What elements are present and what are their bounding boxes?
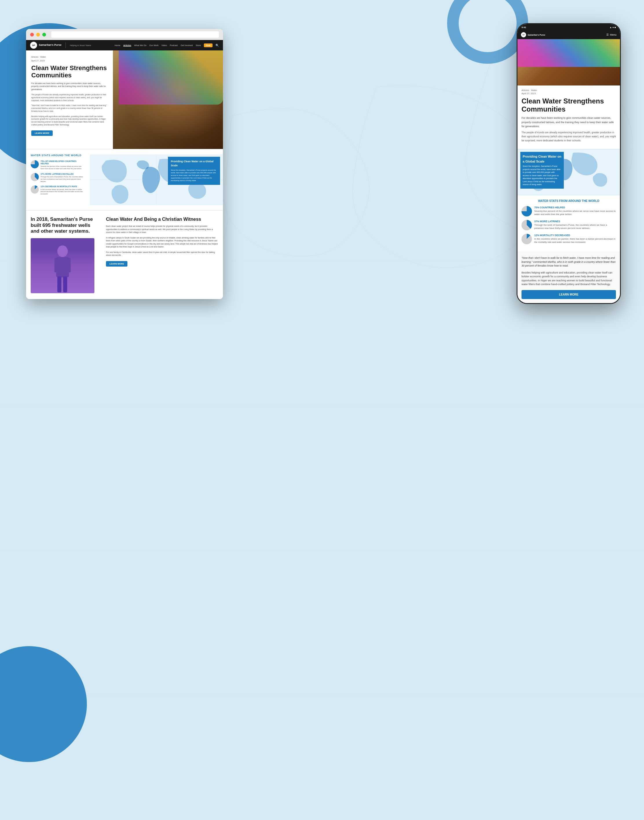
phone-stat-text-37: 37% MORE LATRINES Through the work of Sa… [534,220,616,230]
wells-stat-text: In 2018, Samaritan's Purse built 695 fre… [31,217,100,234]
svg-rect-12 [57,276,61,292]
world-map-area: Providing Clean Water on a Global Scale … [90,154,223,206]
phone-article-body-1: For decades we have been working to give… [521,116,616,128]
phone-witness-body: Besides helping with agriculture and edu… [521,271,616,287]
phone-map-info-box: Providing Clean Water on a Global Scale … [520,152,564,189]
stat-label-12: 12% DECREASE IN MORTALITY RATE [41,186,85,188]
witness-body-3: For one family in Cambodia, clean water … [106,251,218,257]
map-info-body: Since the inception, Samaritan's Purse p… [171,169,217,182]
stat-item-12: 12% DECREASE IN MORTALITY RATE In the co… [31,186,85,195]
stat-item-37: 37% MORE LATRINES INSTALLED Through the … [31,173,85,183]
phone-stat-item-75: 75% COUNTRIES HELPED Seventy-five percen… [521,206,616,217]
article-date: April 27, 2023 [31,59,108,62]
phone-time: 9:41 [521,26,526,29]
phone-quote-text: "Now that I don't have to walk far to fe… [521,256,616,268]
mobile-phone: 9:41 ▲ ● ■ SP Samaritan's Purse ☰ Menu A… [517,23,621,304]
phone-breadcrumb: Articles · Water [521,89,616,92]
nav-give-button[interactable]: Give [204,43,213,47]
phone-quote-section: "Now that I don't have to walk far to fe… [517,252,620,303]
stat-desc-37: Through the work of Samaritan's Purse, t… [41,176,85,183]
nav-link-get-involved[interactable]: Get Involved [181,44,193,47]
wells-right-panel: Clean Water And Being a Christian Witnes… [106,217,218,293]
svg-rect-9 [56,257,69,277]
nav-link-what-we-do[interactable]: What We Do [134,44,146,47]
article-body-2: The people of Kondo are already experien… [31,93,108,102]
stat-label-37: 37% MORE LATRINES INSTALLED [41,173,85,175]
phone-stat-pie-12 [521,234,532,244]
phone-stats-section: WATER STATS FROM AROUND THE WORLD 75% CO… [517,195,620,252]
nav-link-our-work[interactable]: Our Work [149,44,159,47]
nav-link-podcast[interactable]: Podcast [170,44,178,47]
nav-link-video[interactable]: Video [162,44,167,47]
stat-pie-12 [31,186,39,193]
phone-menu-label: Menu [610,33,616,36]
website-nav: SP Samaritan's Purse Helping in Jesus' N… [26,40,223,51]
girl-silhouette-svg [48,244,77,293]
article-body-1: For decades we have been working to give… [31,82,108,91]
map-info-box: Providing Clean Water on a Global Scale … [168,157,220,185]
browser-dot-minimize[interactable] [36,33,40,37]
nav-links: Home Articles What We Do Our Work Video … [115,43,219,47]
stat-text-12: 12% DECREASE IN MORTALITY RATE In the co… [41,186,85,195]
wells-girl-image [31,238,94,293]
stat-pie-75 [31,160,39,168]
svg-rect-10 [54,258,58,272]
witness-learn-more-button[interactable]: LEARN MORE [106,261,127,267]
phone-learn-more-button[interactable]: LEARN MORE [521,290,616,299]
hero-image-overlay [113,51,223,149]
article-body-4: Besides helping with agriculture and edu… [31,115,108,126]
phone-hero-fabric [517,39,620,67]
witness-title: Clean Water And Being a Christian Witnes… [106,217,218,222]
nav-tagline: Helping in Jesus' Name [70,45,91,46]
svg-point-8 [57,246,68,257]
stat-label-75: 75% OF UNDEVELOPED COUNTRIES HELPED [41,160,85,165]
stat-pie-37 [31,173,39,181]
phone-stat-label-75: 75% COUNTRIES HELPED [534,206,616,209]
browser-dot-close[interactable] [30,33,34,37]
water-stats-section: WATER STATS AROUND THE WORLD 75% OF UNDE… [26,149,223,210]
browser-titlebar [26,29,223,40]
stat-text-75: 75% OF UNDEVELOPED COUNTRIES HELPED Seve… [41,160,85,170]
stat-desc-75: Seventy-five percent of the countries wh… [41,166,85,170]
nav-logo: SP Samaritan's Purse [30,42,61,49]
search-icon[interactable]: 🔍 [215,44,219,47]
article-body-3: "Now that I don't have to walk far to fe… [31,104,108,112]
phone-article-title: Clean Water Strengthens Communities [521,97,616,113]
phone-stat-text-12: 12% MORTALITY DECREASED In the countries… [534,234,616,244]
phone-menu-button[interactable]: ☰ Menu [606,33,616,36]
phone-status-bar: 9:41 ▲ ● ■ [517,24,620,31]
phone-status-icons: ▲ ● ■ [610,26,616,29]
nav-link-articles[interactable]: Articles [123,44,132,47]
phone-stat-text-75: 75% COUNTRIES HELPED Seventy-five percen… [534,206,616,216]
phone-stat-desc-75: Seventy-five percent of the countries wh… [534,209,616,216]
browser-dot-maximize[interactable] [42,33,46,37]
phone-map-info-body: Since the inception, Samaritan's Purse p… [523,165,561,186]
svg-rect-11 [67,258,71,272]
phone-nav-logo: SP Samaritan's Purse [521,32,545,37]
phone-stat-pie-37 [521,220,532,230]
article-hero-text: Articles · Water April 27, 2023 Clean Wa… [26,51,113,149]
stats-section-title: WATER STATS AROUND THE WORLD [31,154,85,157]
article-breadcrumb: Articles · Water [31,55,108,58]
phone-map-section: Providing Clean Water on a Global Scale … [517,149,620,195]
stats-left-panel: WATER STATS AROUND THE WORLD 75% OF UNDE… [26,154,90,206]
phone-hero-image [517,39,620,86]
nav-link-store[interactable]: Store [196,44,201,47]
wells-left-panel: In 2018, Samaritan's Purse built 695 fre… [31,217,100,293]
phone-stat-item-12: 12% MORTALITY DECREASED In the countries… [521,234,616,244]
desktop-browser: SP Samaritan's Purse Helping in Jesus' N… [26,29,223,299]
phone-stat-pie-75 [521,206,532,217]
witness-body-2: In refugee camps in South Sudan we are p… [106,236,218,249]
wells-section: In 2018, Samaritan's Purse built 695 fre… [26,210,223,299]
nav-link-home[interactable]: Home [115,44,120,47]
desktop-learn-more-button[interactable]: LEARN MORE [31,131,53,136]
phone-stat-desc-37: Through the work of Samaritan's Purse, t… [534,223,616,230]
phone-nav: SP Samaritan's Purse ☰ Menu [517,31,620,39]
phone-article-content: Articles · Water April 27, 2023 Clean Wa… [517,86,620,149]
phone-stat-desc-12: In the countries where we partner, there… [534,237,616,244]
phone-logo-icon: SP [521,32,526,37]
article-hero-image [113,51,223,149]
nav-logo-text: Samaritan's Purse [39,44,61,47]
phone-stat-label-37: 37% MORE LATRINES [534,220,616,223]
browser-address-bar[interactable] [51,31,219,38]
